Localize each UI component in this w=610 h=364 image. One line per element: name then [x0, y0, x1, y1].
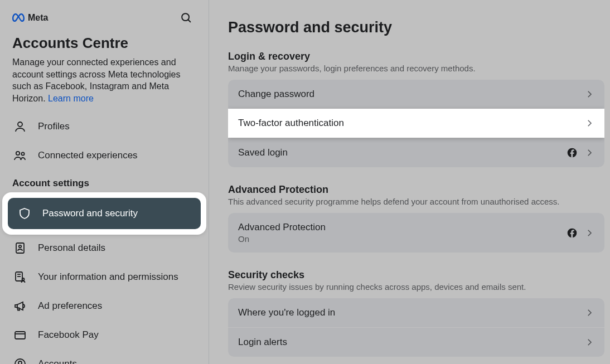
- advanced-card-list: Advanced Protection On: [228, 213, 604, 253]
- row-label: Saved login: [238, 147, 288, 158]
- row-label: Two-factor authentication: [238, 118, 344, 129]
- facebook-icon: [567, 147, 578, 158]
- row-login-alerts[interactable]: Login alerts: [228, 327, 604, 357]
- sidebar-item-profiles[interactable]: Profiles: [0, 112, 209, 141]
- sidebar-item-ad-preferences[interactable]: Ad preferences: [0, 292, 209, 321]
- brand-name: Meta: [28, 13, 48, 23]
- account-icon: [12, 356, 28, 364]
- section-sub-checks: Review security issues by running checks…: [228, 282, 604, 292]
- sidebar-item-connected[interactable]: Connected experiences: [0, 141, 209, 170]
- svg-line-1: [188, 20, 190, 22]
- facebook-icon: [567, 227, 578, 239]
- meta-logo-icon: [12, 13, 25, 22]
- chevron-right-icon: [584, 118, 594, 128]
- learn-more-link[interactable]: Learn more: [48, 94, 94, 103]
- row-label: Login alerts: [238, 337, 287, 348]
- sidebar-item-label: Your information and permissions: [38, 271, 178, 283]
- svg-point-14: [18, 361, 22, 364]
- page-title: Password and security: [228, 19, 604, 36]
- section-title-advanced: Advanced Protection: [228, 184, 604, 196]
- section-title-login: Login & recovery: [228, 51, 604, 62]
- sidebar-item-label: Accounts: [38, 358, 77, 364]
- person-icon: [12, 119, 28, 134]
- row-label: Where you're logged in: [238, 307, 335, 318]
- row-where-logged-in[interactable]: Where you're logged in: [228, 298, 604, 327]
- svg-rect-11: [15, 332, 25, 339]
- sidebar-description: Manage your connected experiences and ac…: [0, 56, 209, 112]
- id-card-icon: [12, 240, 28, 256]
- chevron-right-icon: [584, 148, 594, 158]
- sidebar-title: Accounts Centre: [0, 31, 209, 56]
- svg-point-2: [18, 122, 22, 127]
- shield-icon: [17, 206, 32, 221]
- people-icon: [12, 148, 28, 163]
- row-label: Change password: [238, 89, 314, 100]
- checks-card-list: Where you're logged in Login alerts: [228, 298, 604, 357]
- sidebar-item-password-security-highlight: Password and security: [4, 195, 204, 232]
- sidebar-section-head: Account settings: [0, 170, 209, 193]
- svg-point-6: [19, 245, 21, 247]
- chevron-right-icon: [584, 337, 594, 347]
- row-advanced-protection[interactable]: Advanced Protection On: [228, 213, 604, 253]
- svg-point-8: [22, 278, 25, 280]
- card-icon: [12, 327, 28, 343]
- login-card-list: Change password Two-factor authenticatio…: [228, 80, 604, 167]
- chevron-right-icon: [584, 228, 594, 238]
- brand-row: Meta: [0, 8, 209, 31]
- section-title-checks: Security checks: [228, 269, 604, 281]
- megaphone-icon: [12, 298, 28, 314]
- search-button[interactable]: [176, 8, 196, 28]
- section-sub-advanced: This advanced security programme helps d…: [228, 197, 604, 206]
- row-status: On: [238, 234, 326, 244]
- sidebar-item-label: Profiles: [38, 121, 70, 132]
- svg-point-4: [21, 153, 24, 156]
- section-sub-login: Manage your passwords, login preferences…: [228, 64, 604, 73]
- sidebar-item-label: Facebook Pay: [38, 329, 99, 341]
- row-change-password[interactable]: Change password: [228, 80, 604, 109]
- sidebar-item-accounts[interactable]: Accounts: [0, 350, 209, 364]
- doc-person-icon: [12, 269, 28, 285]
- sidebar-item-password-security[interactable]: Password and security: [8, 198, 201, 229]
- svg-point-3: [16, 152, 20, 155]
- row-label: Advanced Protection: [238, 222, 326, 233]
- chevron-right-icon: [584, 308, 594, 318]
- main-content: Password and security Login & recovery M…: [209, 0, 610, 364]
- sidebar-item-label: Ad preferences: [38, 300, 102, 312]
- sidebar: Meta Accounts Centre Manage your connect…: [0, 0, 209, 364]
- sidebar-item-label: Connected experiences: [38, 150, 138, 161]
- sidebar-item-personal-details[interactable]: Personal details: [0, 234, 209, 263]
- chevron-right-icon: [584, 89, 594, 99]
- row-two-factor[interactable]: Two-factor authentication: [228, 109, 604, 138]
- sidebar-item-label: Personal details: [38, 242, 105, 254]
- sidebar-item-label: Password and security: [42, 208, 138, 219]
- sidebar-item-info-permissions[interactable]: Your information and permissions: [0, 263, 209, 292]
- row-saved-login[interactable]: Saved login: [228, 138, 604, 167]
- sidebar-item-facebook-pay[interactable]: Facebook Pay: [0, 321, 209, 350]
